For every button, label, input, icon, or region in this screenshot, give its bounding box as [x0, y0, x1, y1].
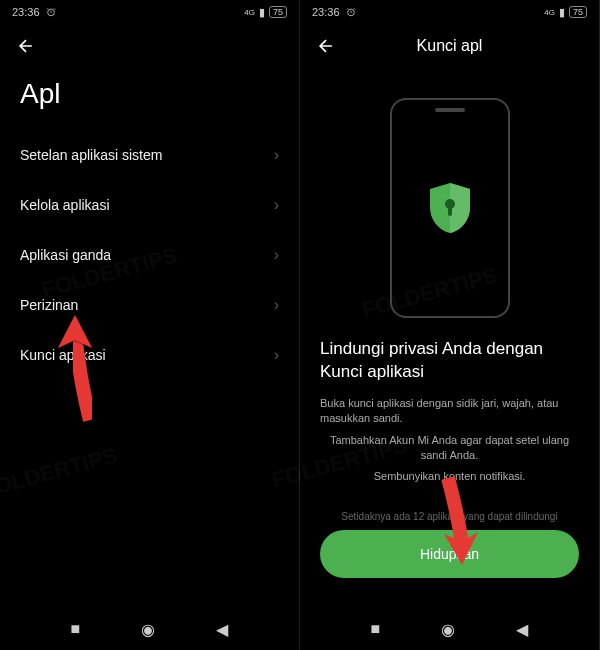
chevron-right-icon: ›	[274, 196, 279, 214]
screen-app-lock-intro: FOLDERTIPS FOLDERTIPS 23:36 4G ▮ 75 Kunc…	[300, 0, 600, 650]
enable-button[interactable]: Hidupkan	[320, 530, 579, 578]
back-icon[interactable]	[316, 36, 336, 56]
nav-recent-icon[interactable]: ■	[371, 620, 381, 638]
nav-home-icon[interactable]: ◉	[441, 620, 455, 639]
navigation-bar: ■ ◉ ◀	[300, 608, 599, 650]
item-manage-apps[interactable]: Kelola aplikasi ›	[0, 180, 299, 230]
nav-home-icon[interactable]: ◉	[141, 620, 155, 639]
screen-apps-settings: FOLDERTIPS FOLDERTIPS 23:36 4G ▮ 75 Apl …	[0, 0, 300, 650]
svg-rect-3	[448, 206, 452, 216]
chevron-right-icon: ›	[274, 296, 279, 314]
status-bar: 23:36 4G ▮ 75	[300, 0, 599, 24]
alarm-icon	[46, 7, 56, 17]
battery-icon: 75	[269, 6, 287, 18]
promo-title: Lindungi privasi Anda dengan Kunci aplik…	[300, 338, 599, 396]
status-bar: 23:36 4G ▮ 75	[0, 0, 299, 24]
status-signal: 4G	[544, 8, 555, 17]
back-icon[interactable]	[16, 36, 36, 56]
list-item-label: Aplikasi ganda	[20, 247, 111, 263]
alarm-icon	[346, 7, 356, 17]
chevron-right-icon: ›	[274, 146, 279, 164]
item-system-app-settings[interactable]: Setelan aplikasi sistem ›	[0, 130, 299, 180]
chevron-right-icon: ›	[274, 346, 279, 364]
header	[0, 24, 299, 68]
status-time: 23:36	[12, 6, 40, 18]
navigation-bar: ■ ◉ ◀	[0, 608, 299, 650]
promo-line-2: Tambahkan Akun Mi Anda agar dapat setel …	[300, 433, 599, 470]
page-title: Apl	[0, 68, 299, 130]
list-item-label: Kunci aplikasi	[20, 347, 106, 363]
status-signal: 4G	[244, 8, 255, 17]
item-permissions[interactable]: Perizinan ›	[0, 280, 299, 330]
chevron-right-icon: ›	[274, 246, 279, 264]
promo-line-1: Buka kunci aplikasi dengan sidik jari, w…	[300, 396, 599, 433]
battery-icon: 75	[569, 6, 587, 18]
list-item-label: Setelan aplikasi sistem	[20, 147, 162, 163]
list-item-label: Kelola aplikasi	[20, 197, 110, 213]
nav-recent-icon[interactable]: ■	[71, 620, 81, 638]
nav-back-icon[interactable]: ◀	[216, 620, 228, 639]
item-app-lock[interactable]: Kunci aplikasi ›	[0, 330, 299, 380]
hint-text: Setidaknya ada 12 aplikasi yang dapat di…	[300, 511, 599, 522]
header: Kunci apl	[300, 24, 599, 68]
status-time: 23:36	[312, 6, 340, 18]
nav-back-icon[interactable]: ◀	[516, 620, 528, 639]
list-item-label: Perizinan	[20, 297, 78, 313]
shield-lock-icon	[426, 181, 474, 235]
promo-line-3: Sembunyikan konten notifikasi.	[300, 469, 599, 490]
phone-illustration	[390, 98, 510, 318]
header-title: Kunci apl	[417, 37, 483, 55]
item-dual-apps[interactable]: Aplikasi ganda ›	[0, 230, 299, 280]
signal-bars-icon: ▮	[259, 6, 265, 19]
signal-bars-icon: ▮	[559, 6, 565, 19]
